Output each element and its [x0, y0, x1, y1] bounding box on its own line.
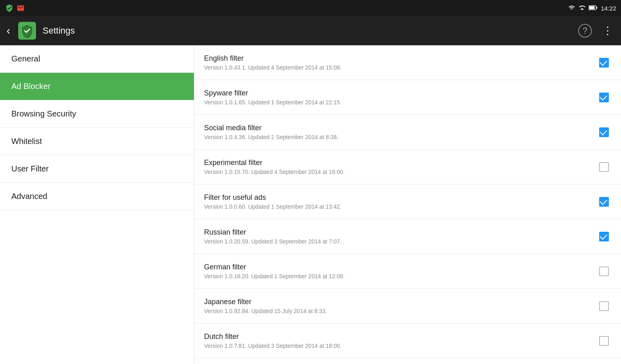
time-display: 14:22 — [601, 5, 616, 12]
checkbox-visual — [599, 267, 609, 276]
filter-item-dutch-filter: Dutch filterVersion 1.0.7.81. Updated 3 … — [194, 324, 621, 358]
filter-info: German filterVersion 1.0.16.20. Updated … — [204, 263, 597, 279]
filter-item-social-media-filter: Social media filterVersion 1.0.4.36. Upd… — [194, 115, 621, 150]
sidebar-item-browsing-security[interactable]: Browsing Security — [0, 100, 194, 128]
filter-checkbox-german-filter[interactable] — [597, 264, 611, 279]
filter-name: Experimental filter — [204, 159, 597, 167]
checkbox-visual — [599, 336, 609, 346]
svg-rect-2 — [583, 8, 584, 10]
filter-item-spyware-filter: Spyware filterVersion 1.0.1.65. Updated … — [194, 80, 621, 115]
checkbox-visual — [599, 197, 609, 207]
filter-name: English filter — [204, 54, 597, 63]
sidebar: GeneralAd BlockerBrowsing SecurityWhitel… — [0, 45, 194, 364]
app-bar-title: Settings — [43, 25, 572, 36]
filter-info: Dutch filterVersion 1.0.7.81. Updated 3 … — [204, 332, 597, 349]
filter-info: English filterVersion 1.0.43.1. Updated … — [204, 54, 597, 71]
svg-rect-0 — [582, 8, 583, 10]
content-area: English filterVersion 1.0.43.1. Updated … — [194, 45, 621, 364]
filter-version: Version 1.0.4.36. Updated 2 September 20… — [204, 134, 597, 140]
filter-name: Russian filter — [204, 228, 597, 237]
checkbox-visual — [599, 127, 609, 137]
gmail-status-icon — [16, 4, 25, 13]
overflow-menu-button[interactable]: ⋮ — [600, 23, 615, 38]
filter-checkbox-social-media-filter[interactable] — [597, 125, 611, 140]
filter-checkbox-filter-useful-ads[interactable] — [597, 195, 611, 209]
filter-version: Version 1.0.20.59. Updated 3 September 2… — [204, 238, 597, 245]
checkbox-visual — [599, 301, 609, 311]
status-bar-right: 14:22 — [568, 4, 616, 12]
app-bar: ‹ Settings ? ⋮ — [0, 16, 621, 45]
filter-name: Spyware filter — [204, 89, 597, 97]
filter-item-filter-useful-ads: Filter for useful adsVersion 1.0.0.60. U… — [194, 184, 621, 219]
filter-checkbox-japanese-filter[interactable] — [597, 299, 611, 313]
wifi-icon — [568, 4, 576, 12]
sidebar-item-ad-blocker[interactable]: Ad Blocker — [0, 73, 194, 100]
help-button[interactable]: ? — [578, 24, 592, 38]
filter-info: Spyware filterVersion 1.0.1.65. Updated … — [204, 89, 597, 106]
battery-icon — [589, 5, 598, 12]
filter-version: Version 1.0.15.70. Updated 4 September 2… — [204, 169, 597, 175]
filter-checkbox-russian-filter[interactable] — [597, 229, 611, 244]
shield-status-icon — [5, 4, 14, 13]
filter-info: Filter for useful adsVersion 1.0.0.60. U… — [204, 193, 597, 210]
checkbox-visual — [599, 58, 609, 68]
filter-checkbox-english-filter[interactable] — [597, 55, 611, 70]
main-layout: GeneralAd BlockerBrowsing SecurityWhitel… — [0, 45, 621, 364]
sidebar-item-advanced[interactable]: Advanced — [0, 183, 194, 210]
filter-version: Version 1.0.16.20. Updated 1 September 2… — [204, 273, 597, 279]
status-bar: 14:22 — [0, 0, 621, 16]
filter-checkbox-dutch-filter[interactable] — [597, 334, 611, 348]
filter-version: Version 1.0.0.60. Updated 1 September 20… — [204, 203, 597, 210]
svg-rect-1 — [581, 8, 582, 10]
filter-info: Social media filterVersion 1.0.4.36. Upd… — [204, 124, 597, 140]
filter-info: Japanese filterVersion 1.0.92.84. Update… — [204, 298, 597, 314]
sidebar-item-user-filter[interactable]: User Filter — [0, 155, 194, 183]
signal-icon — [579, 4, 585, 12]
filter-item-german-filter: German filterVersion 1.0.16.20. Updated … — [194, 254, 621, 289]
filter-name: Japanese filter — [204, 298, 597, 306]
filter-item-russian-filter: Russian filterVersion 1.0.20.59. Updated… — [194, 219, 621, 254]
filter-info: Experimental filterVersion 1.0.15.70. Up… — [204, 159, 597, 175]
filter-version: Version 1.0.43.1. Updated 4 September 20… — [204, 64, 597, 71]
filter-name: German filter — [204, 263, 597, 271]
filter-checkbox-experimental-filter[interactable] — [597, 160, 611, 174]
filter-item-english-filter: English filterVersion 1.0.43.1. Updated … — [194, 45, 621, 80]
filter-info: Russian filterVersion 1.0.20.59. Updated… — [204, 228, 597, 245]
status-bar-left — [5, 4, 25, 13]
filter-version: Version 1.0.7.81. Updated 3 September 20… — [204, 343, 597, 349]
filter-item-japanese-filter: Japanese filterVersion 1.0.92.84. Update… — [194, 289, 621, 324]
svg-rect-4 — [596, 6, 598, 8]
checkbox-visual — [599, 93, 609, 102]
checkbox-visual — [599, 232, 609, 241]
checkbox-visual — [599, 162, 609, 172]
back-button[interactable]: ‹ — [6, 24, 10, 37]
app-logo — [18, 22, 36, 40]
sidebar-item-general[interactable]: General — [0, 45, 194, 73]
filter-name: Social media filter — [204, 124, 597, 132]
filter-version: Version 1.0.1.65. Updated 1 September 20… — [204, 99, 597, 106]
filter-version: Version 1.0.92.84. Updated 15 July 2014 … — [204, 308, 597, 314]
filter-name: Filter for useful ads — [204, 193, 597, 202]
svg-rect-5 — [589, 6, 595, 9]
sidebar-item-whitelist[interactable]: Whitelist — [0, 128, 194, 155]
filter-checkbox-spyware-filter[interactable] — [597, 90, 611, 105]
app-bar-actions: ? ⋮ — [578, 23, 615, 38]
filter-name: Dutch filter — [204, 332, 597, 341]
filter-item-experimental-filter: Experimental filterVersion 1.0.15.70. Up… — [194, 150, 621, 184]
